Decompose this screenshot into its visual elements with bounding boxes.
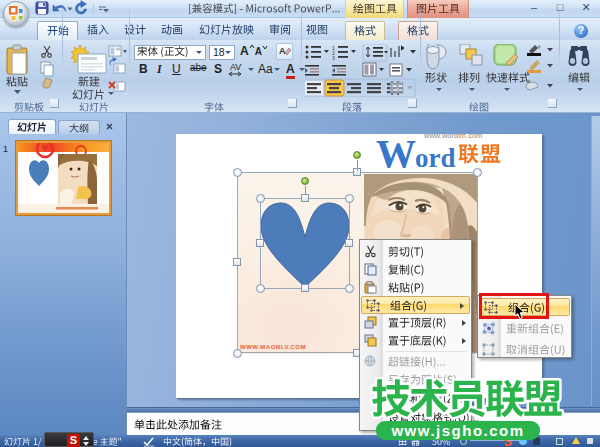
svg-text:A: A [279, 46, 286, 56]
svg-text:3: 3 [332, 55, 335, 61]
